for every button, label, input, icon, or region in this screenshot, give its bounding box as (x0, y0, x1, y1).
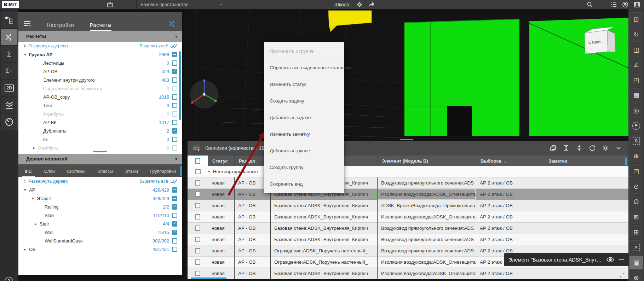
tree-row[interactable]: Wall 15/15 (18, 228, 182, 236)
element-a-cell[interactable]: Базовая стена:ADSK_Внутренняя_Кирпич (271, 223, 378, 234)
tree-checkbox[interactable] (172, 86, 177, 91)
orbit-refresh-icon[interactable]: ↻ (629, 28, 643, 42)
note-cell[interactable] (544, 211, 628, 223)
tree-caret-icon[interactable]: ▾ (24, 52, 29, 57)
collision-tree-tab[interactable]: Классы (95, 169, 116, 177)
tree-row[interactable]: Элемент внутри другого 403 (18, 76, 182, 84)
element-b-cell[interactable]: Воздуховод прямоугольного сечения:ADS (378, 245, 476, 257)
share-icon[interactable] (368, 1, 375, 8)
note-cell[interactable] (544, 223, 628, 234)
expand-rows-icon[interactable] (563, 145, 570, 152)
collapse-panel-chevron-icon[interactable] (615, 145, 622, 152)
element-b-cell[interactable]: Изоляция воздуховода:ADSK_Огнезащита (378, 268, 476, 279)
workspace-selector[interactable]: Базовое пространство (140, 0, 189, 9)
expand-tree-link[interactable]: Развернуть дерево (28, 43, 68, 48)
briefcase-icon[interactable] (107, 1, 114, 8)
panel-menu-icon[interactable] (23, 21, 31, 27)
tree-row[interactable]: АР-ВК 1017 (18, 118, 182, 127)
tree-checkbox[interactable] (172, 238, 177, 244)
row-checkbox[interactable] (195, 203, 200, 208)
measure-icon[interactable]: ∠ (629, 58, 643, 72)
task-list-icon[interactable] (610, 1, 617, 8)
collision-tree-section-header[interactable]: Дерево коллизий ▾ (18, 154, 182, 164)
collision-tree-tab[interactable]: Системы (64, 169, 88, 177)
context-menu-item[interactable]: Добавить к группе (264, 142, 344, 159)
clip-box-icon[interactable]: ⊠ (629, 210, 643, 224)
tree-row[interactable]: WallStandardCase 302/302 (18, 236, 182, 245)
expand-collapse-icon[interactable] (24, 179, 25, 183)
context-menu-item[interactable]: Изменить заметку (264, 126, 344, 142)
tree-row[interactable]: ▸ Stair 4/4 (18, 219, 182, 228)
tree-row[interactable]: АР-ОВ_copy 1015 (18, 93, 182, 101)
element-b-cell[interactable]: ADSK_ВрезкаВоздуховода_Прямоугольна (378, 200, 476, 211)
tree-checkbox[interactable] (172, 111, 177, 117)
search-icon[interactable] (586, 1, 593, 8)
2d-view-tool[interactable]: 2D (1, 80, 18, 96)
collision-row[interactable]: новая АР - ОВ Базовая стена:ADSK_Внутрен… (188, 223, 628, 234)
collision-tree-tab[interactable]: IFC (22, 169, 35, 177)
collision-row[interactable]: новая АР - ОВ Базовая стена:ADSK_Внутрен… (188, 234, 628, 245)
element-a-cell[interactable]: Ограждение:ADSK_Поручень настенный_ (271, 245, 378, 257)
charts-tool[interactable] (1, 97, 18, 113)
add-calculation-tool[interactable]: Σ+ (1, 63, 18, 79)
tree-checkbox[interactable] (172, 120, 177, 125)
sort-desc-icon[interactable]: ↓ (504, 158, 506, 164)
tree-row[interactable]: Атрибуты 0 (18, 110, 182, 118)
context-menu-item[interactable]: Применить к группе (264, 43, 344, 59)
element-b-cell[interactable]: Изоляция воздуховода:ADSK_Огнезащита (378, 189, 476, 200)
select-all-checkbox[interactable] (195, 158, 200, 164)
context-menu-item[interactable]: Сохранить вид (264, 176, 344, 192)
element-b-cell[interactable]: Изоляция воздуховода:ADSK_Огнезащита (378, 257, 476, 268)
note-cell[interactable] (544, 189, 628, 200)
context-menu-item[interactable]: Создать группу (264, 159, 344, 176)
tree-checkbox[interactable] (172, 60, 177, 66)
tree-checkbox[interactable] (172, 196, 177, 201)
row-checkbox[interactable] (195, 180, 200, 186)
project-settings-gear-icon[interactable] (356, 1, 363, 8)
group-caret-icon[interactable]: ▾ (208, 169, 210, 174)
element-a-cell[interactable]: Базовая стена:ADSK_Внутренняя_Кирпич (271, 234, 378, 245)
note-cell[interactable] (544, 234, 628, 245)
tree-row[interactable]: ▾ Группа АР 2866 (18, 50, 182, 59)
expand-collapse-icon[interactable] (24, 44, 25, 48)
select-all-link[interactable]: Выделить всё (139, 179, 168, 184)
element-a-cell[interactable]: Ограждение:ADSK_Поручень настенный_ (271, 257, 378, 268)
element-b-cell[interactable]: Воздуховод прямоугольного сечения:ADS (378, 234, 476, 245)
collision-tree-tab[interactable]: Группировки (147, 169, 179, 177)
workspace-caret-icon[interactable]: ▾ (220, 0, 222, 9)
calculations-tool[interactable]: Σ (1, 46, 18, 62)
selection-set-icon[interactable]: S (629, 134, 643, 148)
dashboard-gauge-tool[interactable] (1, 114, 18, 130)
column-element-b[interactable]: Элемент (Модель B) (378, 156, 476, 166)
group-checkbox[interactable] (195, 169, 201, 174)
tree-row[interactable]: ▸ ОВ 431/431 (18, 245, 182, 253)
tree-row[interactable]: ▸ Атрибуты 9 (18, 144, 182, 152)
collision-row[interactable]: новая АР - ОВ Базовая стена:ADSK_Внутрен… (188, 268, 628, 279)
tree-caret-icon[interactable]: ▾ (32, 196, 37, 201)
column-status[interactable]: Статус (208, 156, 235, 166)
row-checkbox[interactable] (195, 237, 200, 242)
tree-checkbox[interactable] (172, 69, 177, 74)
column-notes[interactable]: Заметки (544, 156, 628, 166)
axis-gizmo[interactable] (190, 80, 218, 109)
note-cell[interactable] (544, 268, 628, 279)
element-a-cell[interactable]: Базовая стена:ADSK_Внутренняя_Кирпич (271, 200, 378, 211)
focus-element-icon[interactable]: ⊙ (629, 180, 643, 194)
tree-row[interactable]: вк 0 (18, 135, 182, 144)
project-title[interactable]: Школа.. (334, 0, 352, 9)
clear-selection-icon[interactable]: × (629, 240, 643, 254)
tree-checkbox[interactable] (172, 103, 177, 108)
green-wall-panel-left[interactable] (404, 19, 519, 136)
grid-views-icon[interactable]: ▦ (629, 88, 643, 103)
tree-caret-icon[interactable]: ▸ (35, 222, 40, 226)
row-checkbox[interactable] (195, 226, 200, 231)
tree-caret-icon[interactable]: ▸ (24, 247, 29, 252)
help-button[interactable]: ? (5, 277, 13, 281)
flag-marker-icon[interactable]: ⚑ (629, 119, 643, 133)
collision-row[interactable]: новая АР - ОВ Базовая стена:ADSK_Внутрен… (188, 211, 628, 223)
show-all-icon[interactable]: ⊞ (629, 225, 643, 239)
tree-caret-icon[interactable]: ▾ (24, 188, 29, 192)
group-row[interactable]: ▾ Неотсортированные (188, 166, 628, 177)
context-menu-item[interactable]: Изменить статус (264, 76, 344, 93)
collision-row[interactable]: новая АР - ОВ Базовая стена:ADSK_Внутрен… (188, 177, 628, 189)
